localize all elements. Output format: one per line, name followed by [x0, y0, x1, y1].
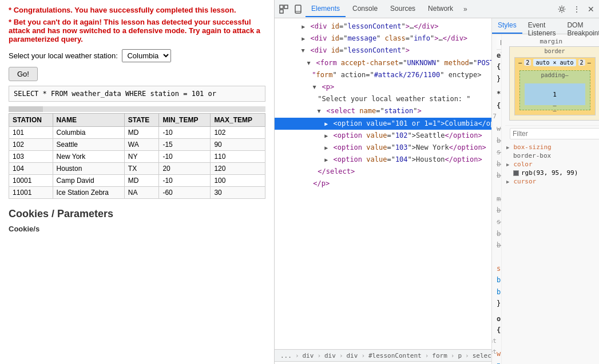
table-cell: -10	[159, 127, 211, 139]
table-cell: NA	[124, 187, 159, 199]
dom-line-5[interactable]: ▶ <p>	[275, 81, 491, 93]
dom-line-6[interactable]: "Select your local weather station: "	[275, 93, 491, 105]
svg-rect-0	[280, 5, 283, 9]
dom-line-12[interactable]: </select>	[275, 166, 491, 178]
styles-tab-dom-breakpoints[interactable]: DOM Breakpoints	[561, 18, 599, 34]
bc-div1[interactable]: div	[302, 352, 315, 359]
station-selector-row: Select your local weather station: Colum…	[9, 49, 265, 62]
dom-line-4[interactable]: ▶ <form accept-charset="UNKNOWN" method=…	[275, 57, 491, 69]
station-dropdown[interactable]: Columbia Seattle New York Houston	[122, 49, 171, 62]
col-station: STATION	[9, 114, 53, 127]
styles-tab-styles[interactable]: Styles	[492, 18, 522, 34]
bc-p[interactable]: p	[457, 352, 463, 359]
cookie-label: Cookie/s	[9, 225, 39, 233]
dom-line-10[interactable]: ▶ <option value="103">New York</option>	[275, 142, 491, 154]
table-cell: 103	[9, 151, 53, 163]
bc-select[interactable]: select	[471, 352, 492, 359]
dom-panel[interactable]: ▶ <div id="lessonContent">…</div> ▶ <div…	[275, 18, 492, 364]
col-name: NAME	[53, 114, 124, 127]
css-item-color[interactable]: color	[505, 160, 599, 169]
filter-bottom-input[interactable]	[510, 128, 599, 139]
tab-network[interactable]: Network	[422, 1, 459, 17]
dom-line-3[interactable]: ▶ <div id="lessonContent">	[275, 45, 491, 57]
table-cell: -60	[159, 187, 211, 199]
bc-lesson-content[interactable]: #lessonContent	[367, 352, 423, 359]
styles-panel: Styles Event Listeners DOM Breakpoints P…	[492, 18, 599, 364]
table-cell: 110	[211, 151, 265, 163]
triangle-2[interactable]: ▶	[302, 34, 305, 43]
table-row: 102SeattleWA-1590	[9, 139, 265, 151]
triangle-4[interactable]: ▶	[304, 62, 314, 65]
table-cell: -15	[159, 139, 211, 151]
devtools-toolbar: Elements Console Sources Network » ⋮ ✕	[275, 0, 599, 18]
congratulations-text: * Congratulations. You have successfully…	[9, 6, 265, 14]
tab-sources[interactable]: Sources	[384, 1, 421, 17]
table-cell: 100	[211, 175, 265, 187]
table-cell: TX	[124, 163, 159, 175]
go-button[interactable]: Go!	[9, 67, 38, 81]
dom-line-9[interactable]: ▶ <option value="102">Seattle</option>	[275, 130, 491, 142]
svg-rect-2	[280, 10, 283, 13]
dom-line-13[interactable]: </p>	[275, 178, 491, 190]
more-tabs-button[interactable]: »	[460, 3, 471, 15]
tab-elements[interactable]: Elements	[306, 1, 346, 17]
triangle-3[interactable]: ▶	[299, 49, 308, 53]
css-item-cursor[interactable]: cursor	[505, 177, 599, 186]
expand-icon-3	[506, 178, 511, 185]
table-row: 101ColumbiaMD-10102	[9, 127, 265, 139]
css-item-box-sizing[interactable]: box-sizing	[505, 143, 599, 151]
cookies-title: Cookies / Parameters	[9, 208, 265, 220]
table-cell: 102	[9, 139, 53, 151]
triangle-7[interactable]: ▶	[315, 110, 324, 113]
close-devtools-button[interactable]: ✕	[585, 3, 597, 15]
devtools-body: ▶ <div id="lessonContent">…</div> ▶ <div…	[275, 18, 599, 364]
auto-auto-label: auto × auto	[533, 59, 576, 66]
sql-query-display: SELECT * FROM weather_data WHERE station…	[9, 86, 265, 102]
bc-div3[interactable]: div	[346, 352, 359, 359]
styles-body: :hov .cls + element.style { } * { bootst…	[492, 34, 599, 364]
table-cell: 120	[211, 163, 265, 175]
table-row: 11001Ice Station ZebraNA-6030	[9, 187, 265, 199]
inspect-element-button[interactable]	[277, 3, 291, 15]
horizontal-scrollbar[interactable]	[9, 106, 265, 112]
dom-line-11[interactable]: ▶ <option value="104">Houston</option>	[275, 154, 491, 166]
dom-line-2[interactable]: ▶ <div id="message" class="info">…</div>	[275, 33, 491, 45]
css-item-border-box: border-box	[505, 151, 599, 160]
css-item-color-val: rgb(93, 95, 99)	[505, 169, 599, 177]
dom-line-4b[interactable]: "form" action="#attack/276/1100" enctype…	[275, 69, 491, 81]
table-cell: Seattle	[53, 139, 124, 151]
station-label: Select your local weather station:	[9, 51, 118, 60]
triangle-9[interactable]: ▶	[324, 131, 328, 141]
devtools-panel: Elements Console Sources Network » ⋮ ✕ ▶…	[275, 0, 599, 364]
table-cell: Columbia	[53, 127, 124, 139]
triangle-5[interactable]: ▶	[310, 86, 319, 89]
dom-breadcrumb: ... › div › div › div › #lessonContent ›…	[275, 349, 491, 362]
bc-ellipsis[interactable]: ...	[279, 352, 293, 359]
dom-line-8[interactable]: ▶ <option value="101 or 1=1">Columbia</o…	[275, 118, 491, 130]
expand-icon-2	[506, 161, 511, 168]
table-cell: MD	[124, 127, 159, 139]
bc-div2[interactable]: div	[323, 352, 337, 359]
device-toolbar-button[interactable]	[292, 3, 304, 15]
table-cell: -10	[159, 151, 211, 163]
dom-line-7[interactable]: ▶ <select name="station">	[275, 105, 491, 117]
tag-div1: <div	[311, 22, 331, 30]
triangle-11[interactable]: ▶	[324, 155, 328, 165]
box-padding: padding– 1 —	[519, 70, 590, 110]
triangle-1[interactable]: ▶	[302, 22, 305, 31]
col-state: STATE	[124, 114, 159, 127]
tab-console[interactable]: Console	[347, 1, 383, 17]
border-minus-left: —	[518, 59, 522, 66]
css-rules-panel: :hov .cls + element.style { } * { bootst…	[492, 34, 502, 364]
triangle-10[interactable]: ▶	[324, 143, 328, 153]
dom-line-1[interactable]: ▶ <div id="lessonContent">…</div>	[275, 21, 491, 33]
bc-form[interactable]: form	[431, 352, 449, 359]
box-model-panel: margin — border — 2 auto × auto 2 —	[502, 34, 599, 364]
color-swatch	[513, 170, 519, 176]
content-size: 1	[553, 91, 557, 98]
dom-tree[interactable]: ▶ <div id="lessonContent">…</div> ▶ <div…	[275, 21, 491, 349]
settings-button[interactable]	[556, 4, 568, 14]
styles-tab-event-listeners[interactable]: Event Listeners	[522, 18, 562, 34]
more-options-button[interactable]: ⋮	[570, 3, 583, 15]
border-minus-right: —	[588, 59, 591, 66]
